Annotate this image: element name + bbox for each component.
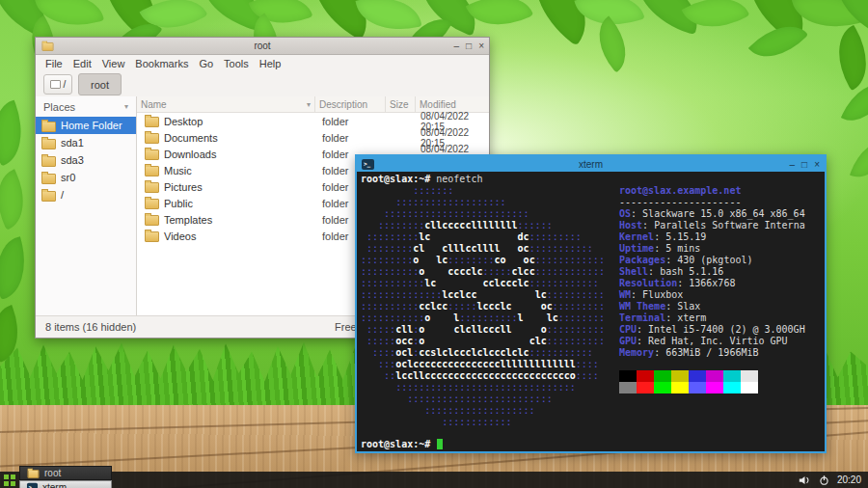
status-item-count: 8 items (16 hidden) — [45, 321, 136, 333]
menu-tools[interactable]: Tools — [224, 58, 249, 69]
minimize-button[interactable]: – — [790, 159, 796, 170]
sidebar-item-label: / — [61, 189, 64, 201]
desktop: root – □ × FileEditViewBookmarksGoToolsH… — [0, 0, 868, 488]
places-header[interactable]: Places ▾ — [36, 96, 136, 117]
file-name: Desktop — [164, 116, 203, 127]
close-button[interactable]: × — [814, 159, 820, 170]
menu-grid-icon — [4, 474, 9, 479]
neofetch-info-line: Kernel: 5.15.19 — [619, 231, 805, 243]
folder-icon — [145, 199, 159, 209]
neofetch-info: root@slax.example.net-------------------… — [619, 185, 805, 393]
sidebar-item-label: sr0 — [61, 172, 75, 183]
menu-help[interactable]: Help — [259, 58, 282, 69]
folder-icon — [145, 117, 159, 127]
folder-icon — [28, 470, 40, 478]
palette-swatch — [689, 370, 706, 382]
sidebar-item--[interactable]: / — [36, 186, 136, 203]
terminal-color-palette — [619, 382, 805, 393]
palette-swatch — [637, 370, 654, 382]
folder-icon — [145, 133, 159, 144]
menu-go[interactable]: Go — [199, 58, 213, 69]
file-name: Templates — [164, 214, 212, 226]
palette-swatch — [689, 382, 706, 393]
chevron-down-icon[interactable]: ▾ — [124, 102, 128, 111]
sidebar-item-label: sda3 — [61, 154, 84, 166]
neofetch-info-line: Shell: bash 5.1.16 — [619, 266, 805, 278]
palette-swatch — [654, 370, 671, 382]
sidebar-item-home-folder[interactable]: Home Folder — [36, 117, 136, 134]
palette-swatch — [654, 382, 671, 393]
palette-swatch — [706, 370, 723, 382]
folder-icon — [145, 215, 159, 226]
taskbar-task-xterm[interactable]: xterm — [19, 480, 112, 488]
folder-icon — [41, 139, 56, 149]
column-name[interactable]: Name ▾ — [137, 96, 315, 112]
palette-swatch — [619, 370, 637, 382]
folder-icon — [41, 174, 56, 184]
sidebar-item-sda1[interactable]: sda1 — [36, 134, 136, 151]
xterm-window[interactable]: xterm – □ × root@slax:~# neofetch ::::::… — [355, 154, 827, 453]
folder-icon — [41, 122, 56, 132]
palette-swatch — [637, 382, 654, 393]
taskbar-task-root[interactable]: root — [19, 466, 112, 480]
file-name: Documents — [164, 132, 218, 144]
file-name: Videos — [164, 230, 196, 242]
terminal-prompt-line: root@slax:~# — [361, 439, 443, 450]
maximize-button[interactable]: □ — [801, 159, 807, 170]
column-size[interactable]: Size — [386, 96, 416, 112]
file-name: Downloads — [164, 149, 216, 160]
palette-swatch — [741, 382, 758, 393]
file-description: folder — [322, 116, 392, 127]
places-panel: Places ▾ Home Folder sda1 sda3 sr0 / — [36, 96, 137, 316]
neofetch-info-line: Terminal: xterm — [619, 312, 805, 324]
xterm-title: xterm — [357, 159, 825, 170]
sidebar-item-label: sda1 — [61, 137, 84, 149]
neofetch-info-line: Packages: 430 (pkgtool) — [619, 255, 805, 266]
sidebar-item-sr0[interactable]: sr0 — [36, 169, 136, 186]
sort-descending-icon: ▾ — [307, 100, 311, 109]
power-icon[interactable] — [819, 474, 829, 486]
xterm-titlebar[interactable]: xterm – □ × — [357, 156, 825, 172]
system-tray: 20:20 — [799, 474, 868, 486]
terminal-command-line: root@slax:~# neofetch — [361, 174, 482, 185]
palette-swatch — [619, 382, 637, 393]
minimize-button[interactable]: – — [454, 39, 460, 53]
terminal-content[interactable]: root@slax:~# neofetch ::::::: ::::::::::… — [357, 172, 825, 451]
neofetch-info-line: WM: Fluxbox — [619, 289, 805, 301]
maximize-button[interactable]: □ — [466, 39, 472, 53]
palette-swatch — [706, 382, 723, 393]
sidebar-item-sda3[interactable]: sda3 — [36, 151, 136, 169]
folder-icon — [41, 191, 56, 202]
window-title: root — [36, 41, 489, 51]
neofetch-ascii-art: ::::::: ::::::::::::::::::: ::::::::::::… — [361, 185, 605, 428]
neofetch-info-line: CPU: Intel i5-7400 (2) @ 3.000GH — [619, 324, 805, 336]
file-manager-titlebar[interactable]: root – □ × — [36, 38, 489, 55]
taskbar: rootxterm 20:20 — [0, 472, 868, 488]
path-toolbar: / root — [36, 72, 489, 97]
file-name: Pictures — [164, 181, 203, 193]
terminal-icon — [27, 482, 38, 488]
menu-file[interactable]: File — [45, 58, 63, 69]
palette-swatch — [741, 370, 758, 382]
menu-bookmarks[interactable]: Bookmarks — [135, 58, 188, 69]
neofetch-title: root@slax.example.net — [619, 185, 805, 197]
file-name: Public — [164, 198, 193, 209]
root-path-button[interactable]: / — [43, 74, 72, 95]
neofetch-info-line: Memory: 663MiB / 1966MiB — [619, 347, 805, 359]
folder-icon — [145, 182, 159, 193]
close-button[interactable]: × — [478, 39, 484, 53]
folder-icon — [145, 149, 159, 160]
volume-icon[interactable] — [799, 474, 811, 486]
menu-edit[interactable]: Edit — [73, 58, 92, 69]
palette-swatch — [723, 382, 741, 393]
folder-icon — [145, 166, 159, 176]
path-tab-root[interactable]: root — [78, 73, 122, 95]
neofetch-info-line: Uptime: 5 mins — [619, 243, 805, 255]
palette-swatch — [671, 370, 689, 382]
menu-bar: FileEditViewBookmarksGoToolsHelp — [36, 55, 489, 72]
sidebar-item-label: Home Folder — [61, 120, 122, 131]
column-description[interactable]: Description — [315, 96, 386, 112]
folder-icon — [145, 231, 159, 242]
app-menu-button[interactable] — [0, 472, 17, 488]
menu-view[interactable]: View — [102, 58, 125, 69]
